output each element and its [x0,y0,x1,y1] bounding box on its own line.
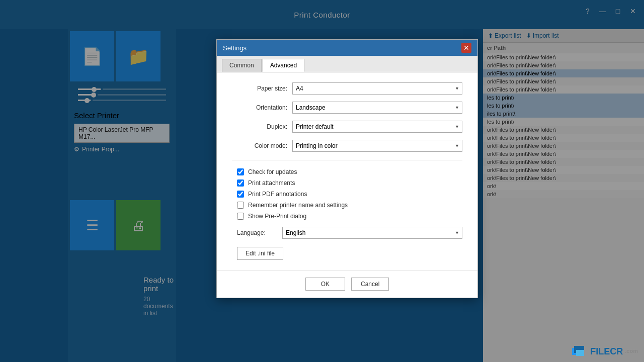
duplex-label: Duplex: [232,123,287,130]
form-divider [232,160,462,160]
dialog-footer: OK Cancel [217,270,477,298]
duplex-row: Duplex: Printer default None Long edge S… [232,121,462,133]
checkbox-remember-printer-row: Remember printer name and settings [232,202,462,209]
tab-advanced[interactable]: Advanced [263,59,304,72]
check-for-updates-checkbox[interactable] [237,168,244,175]
paper-size-select[interactable]: A4 A3 Letter Legal [292,82,462,95]
checkbox-attachments-row: Print attachments [232,179,462,187]
color-mode-row: Color mode: Printing in color Grayscale … [232,140,462,152]
dialog-tabs: Common Advanced [217,56,477,72]
dialog-title: Settings [223,44,247,52]
paper-size-row: Paper size: A4 A3 Letter Legal [232,82,462,95]
orientation-select[interactable]: Portrait Landscape [292,102,462,114]
cancel-button[interactable]: Cancel [351,278,389,291]
language-row: Language: English German French Spanish … [232,227,462,239]
filecr-logo-icon [572,345,588,358]
ok-button[interactable]: OK [305,278,345,291]
filecr-text: FILECR [590,346,623,357]
print-pdf-annotations-label[interactable]: Print PDF annotations [248,191,307,198]
orientation-select-wrapper: Portrait Landscape [292,102,462,114]
tab-common[interactable]: Common [222,59,262,72]
show-preprint-dialog-label[interactable]: Show Pre-Print dialog [248,213,306,220]
svg-rect-2 [576,350,584,356]
paper-size-label: Paper size: [232,85,287,92]
remember-printer-checkbox[interactable] [237,202,244,209]
checkbox-preprint-row: Show Pre-Print dialog [232,213,462,220]
language-label: Language: [237,229,277,236]
color-mode-select[interactable]: Printing in color Grayscale Monochrome [292,140,462,152]
orientation-label: Orientation: [232,104,287,111]
checkbox-updates-row: Check for updates [232,168,462,175]
print-pdf-annotations-checkbox[interactable] [237,191,244,198]
duplex-select-wrapper: Printer default None Long edge Short edg… [292,121,462,133]
show-preprint-dialog-checkbox[interactable] [237,213,244,220]
checkbox-pdf-annotations-row: Print PDF annotations [232,191,462,198]
language-select[interactable]: English German French Spanish Russian [282,227,462,239]
language-select-wrapper: English German French Spanish Russian [282,227,462,239]
orientation-row: Orientation: Portrait Landscape [232,102,462,114]
edit-ini-button[interactable]: Edit .ini file [237,247,283,260]
filecr-subtext: .com [625,348,638,354]
remember-printer-label[interactable]: Remember printer name and settings [248,202,348,209]
dialog-content: Paper size: A4 A3 Letter Legal Orientati… [217,72,477,270]
edit-ini-section: Edit .ini file [232,239,462,260]
color-mode-label: Color mode: [232,142,287,149]
print-attachments-label[interactable]: Print attachments [248,179,295,187]
dialog-close-button[interactable]: ✕ [461,43,471,53]
color-mode-select-wrapper: Printing in color Grayscale Monochrome [292,140,462,152]
print-attachments-checkbox[interactable] [237,179,244,187]
filecr-watermark: FILECR .com [572,345,638,358]
duplex-select[interactable]: Printer default None Long edge Short edg… [292,121,462,133]
settings-dialog: Settings ✕ Common Advanced Paper size: A… [216,39,478,298]
paper-size-select-wrapper: A4 A3 Letter Legal [292,82,462,95]
check-for-updates-label[interactable]: Check for updates [248,168,297,175]
dialog-title-bar: Settings ✕ [217,40,477,56]
